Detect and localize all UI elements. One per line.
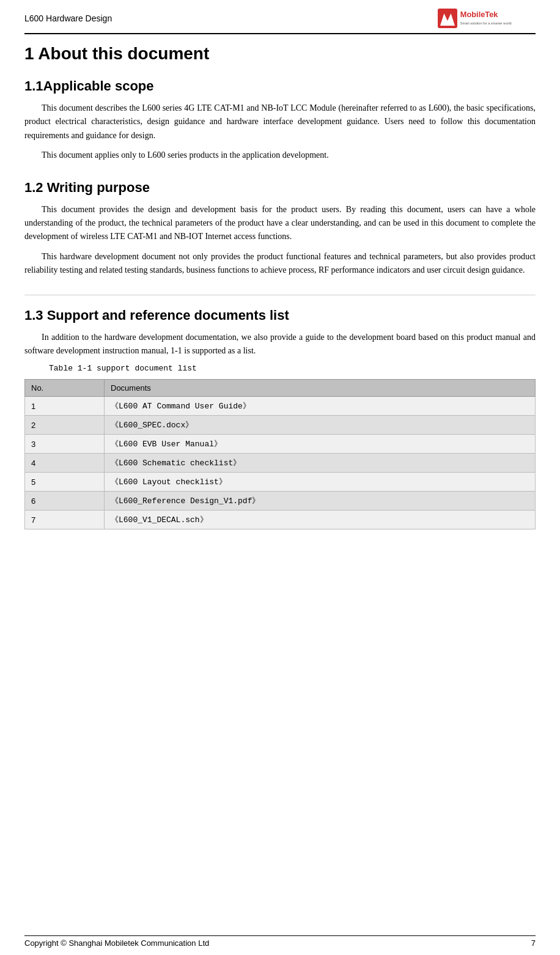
table-cell-no: 5: [25, 473, 105, 492]
documents-table: No. Documents 1《L600 AT Command User Gui…: [24, 379, 536, 529]
footer-copyright: Copyright © Shanghai Mobiletek Communica…: [24, 938, 209, 948]
table-row: 2《L600_SPEC.docx》: [25, 416, 536, 435]
svg-text:MobileTek: MobileTek: [460, 10, 499, 19]
col-no: No.: [25, 380, 105, 397]
section-1-1-title: 1.1Applicable scope: [24, 78, 536, 94]
table-cell-no: 6: [25, 492, 105, 511]
table-cell-doc: 《L600_V1_DECAL.sch》: [105, 511, 536, 529]
table-cell-doc: 《L600 EVB User Manual》: [105, 435, 536, 454]
footer-page-number: 7: [531, 938, 536, 948]
section-1-1: 1.1Applicable scope This document descri…: [24, 78, 536, 163]
section-1-2-title: 1.2 Writing purpose: [24, 180, 536, 196]
table-row: 3《L600 EVB User Manual》: [25, 435, 536, 454]
main-title: 1 About this document: [24, 44, 536, 64]
table-caption: Table 1-1 support document list: [49, 364, 536, 373]
header-title: L600 Hardware Design: [24, 13, 112, 23]
section-1-3-title: 1.3 Support and reference documents list: [24, 308, 536, 323]
table-cell-no: 3: [25, 435, 105, 454]
section-divider: [24, 295, 536, 295]
section-1-2-para-2: This hardware development document not o…: [24, 250, 536, 278]
section-1-3-intro: In addition to the hardware development …: [24, 331, 536, 358]
table-cell-no: 1: [25, 397, 105, 416]
section-1-1-para-1: This document describes the L600 series …: [24, 101, 536, 142]
table-row: 5《L600 Layout checklist》: [25, 473, 536, 492]
section-1-2: 1.2 Writing purpose This document provid…: [24, 180, 536, 278]
page-header: L600 Hardware Design MobileTek Smart sol…: [24, 6, 536, 34]
table-cell-doc: 《L600 Schematic checklist》: [105, 454, 536, 473]
page-footer: Copyright © Shanghai Mobiletek Communica…: [24, 935, 536, 948]
logo-container: MobileTek Smart solution for a smarter w…: [438, 6, 536, 31]
table-cell-doc: 《L600 AT Command User Guide》: [105, 397, 536, 416]
table-cell-doc: 《L600_Reference Design_V1.pdf》: [105, 492, 536, 511]
section-1-2-para-1: This document provides the design and de…: [24, 203, 536, 244]
col-documents: Documents: [105, 380, 536, 397]
section-1-1-para-2: This document applies only to L600 serie…: [24, 149, 536, 162]
table-cell-no: 7: [25, 511, 105, 529]
page: L600 Hardware Design MobileTek Smart sol…: [0, 0, 560, 955]
section-1-3: 1.3 Support and reference documents list…: [24, 308, 536, 530]
table-row: 1《L600 AT Command User Guide》: [25, 397, 536, 416]
table-cell-doc: 《L600 Layout checklist》: [105, 473, 536, 492]
table-row: 4《L600 Schematic checklist》: [25, 454, 536, 473]
table-header-row: No. Documents: [25, 380, 536, 397]
table-cell-no: 4: [25, 454, 105, 473]
table-row: 7《L600_V1_DECAL.sch》: [25, 511, 536, 529]
table-cell-doc: 《L600_SPEC.docx》: [105, 416, 536, 435]
mobiletek-logo-icon: MobileTek Smart solution for a smarter w…: [438, 6, 536, 31]
table-cell-no: 2: [25, 416, 105, 435]
table-row: 6《L600_Reference Design_V1.pdf》: [25, 492, 536, 511]
svg-text:Smart solution for a smarter w: Smart solution for a smarter world: [460, 21, 512, 25]
